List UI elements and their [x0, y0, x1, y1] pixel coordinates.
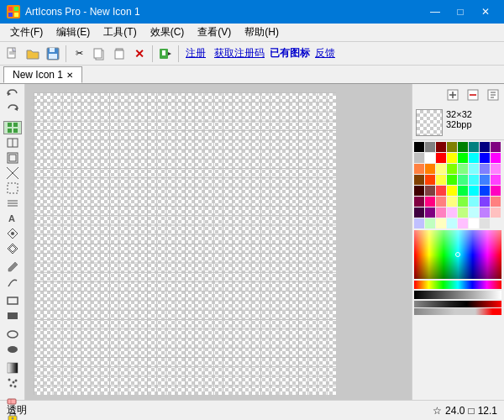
remove-icon-button[interactable]: [464, 86, 482, 104]
color-cell[interactable]: [480, 164, 490, 174]
color-cell[interactable]: [425, 164, 435, 174]
color-cell[interactable]: [447, 175, 457, 185]
icon-type-9[interactable]: [3, 242, 22, 255]
icon-type-4[interactable]: [3, 166, 22, 180]
color-cell[interactable]: [447, 164, 457, 174]
redo-button[interactable]: [3, 102, 22, 116]
color-cell[interactable]: [480, 197, 490, 207]
get-code-link[interactable]: 获取注册码: [214, 46, 265, 60]
color-cell[interactable]: [458, 186, 468, 196]
color-cell[interactable]: [458, 197, 468, 207]
color-cell[interactable]: [480, 207, 490, 218]
icon-type-8[interactable]: [3, 227, 22, 240]
color-cell[interactable]: [491, 197, 501, 207]
scatter-tool[interactable]: [3, 376, 22, 390]
color-cell[interactable]: [491, 218, 501, 228]
new-button[interactable]: [3, 45, 22, 63]
color-cell[interactable]: [480, 175, 490, 185]
color-grid[interactable]: [414, 142, 502, 228]
color-cell[interactable]: [480, 186, 490, 196]
color-cell[interactable]: [436, 207, 446, 218]
menu-tools[interactable]: 工具(T): [97, 24, 143, 41]
copy-button[interactable]: [90, 45, 108, 63]
color-cell[interactable]: [447, 186, 457, 196]
icon-type-1[interactable]: [3, 121, 22, 134]
color-cell[interactable]: [414, 175, 424, 185]
color-cell[interactable]: [414, 142, 424, 152]
line-tool[interactable]: [3, 276, 22, 289]
color-picker[interactable]: [414, 230, 501, 279]
icon-type-6[interactable]: [3, 197, 22, 210]
minimize-button[interactable]: —: [423, 3, 447, 20]
color-cell[interactable]: [491, 186, 501, 196]
color-cell[interactable]: [469, 186, 479, 196]
color-cell[interactable]: [414, 153, 424, 163]
color-cell[interactable]: [458, 142, 468, 152]
color-cell[interactable]: [414, 197, 424, 207]
menu-file[interactable]: 文件(F): [3, 24, 50, 41]
color-cell[interactable]: [480, 142, 490, 152]
undo-button[interactable]: [3, 87, 22, 101]
color-cell[interactable]: [425, 175, 435, 185]
menu-edit[interactable]: 编辑(E): [50, 24, 97, 41]
color-cell[interactable]: [436, 218, 446, 228]
filled-rect-tool[interactable]: [3, 309, 22, 323]
color-cell[interactable]: [425, 207, 435, 218]
color-cell[interactable]: [425, 218, 435, 228]
icon-type-2[interactable]: [3, 136, 22, 150]
menu-effects[interactable]: 效果(C): [144, 24, 192, 41]
color-cell[interactable]: [447, 197, 457, 207]
feedback-link[interactable]: 反馈: [315, 46, 335, 60]
import-button[interactable]: [156, 45, 175, 63]
color-cell[interactable]: [425, 197, 435, 207]
color-strip-2[interactable]: [414, 308, 501, 315]
have-icon-link[interactable]: 已有图标: [270, 46, 310, 60]
color-cell[interactable]: [458, 218, 468, 228]
add-icon-button[interactable]: [444, 86, 462, 104]
color-cell[interactable]: [491, 207, 501, 218]
icon-type-7[interactable]: A: [3, 212, 22, 225]
color-cell[interactable]: [436, 197, 446, 207]
menu-view[interactable]: 查看(V): [191, 24, 238, 41]
color-cell[interactable]: [480, 153, 490, 163]
color-cell[interactable]: [447, 218, 457, 228]
color-cell[interactable]: [447, 142, 457, 152]
color-cell[interactable]: [414, 186, 424, 196]
color-cell[interactable]: [458, 153, 468, 163]
tab-close-button[interactable]: ✕: [66, 71, 73, 80]
icon-properties-button[interactable]: [484, 86, 502, 104]
color-cell[interactable]: [414, 218, 424, 228]
pencil-tool[interactable]: [3, 260, 22, 274]
color-cell[interactable]: [436, 186, 446, 196]
color-cell[interactable]: [425, 142, 435, 152]
gradient-tool[interactable]: [3, 361, 22, 375]
color-cell[interactable]: [458, 164, 468, 174]
color-cell[interactable]: [436, 142, 446, 152]
tab-new-icon-1[interactable]: New Icon 1 ✕: [3, 66, 82, 83]
color-cell[interactable]: [458, 175, 468, 185]
rect-tool[interactable]: [3, 294, 22, 307]
close-button[interactable]: ✕: [474, 3, 497, 20]
color-cell[interactable]: [425, 153, 435, 163]
icon-type-5[interactable]: [3, 181, 22, 195]
color-cell[interactable]: [491, 164, 501, 174]
gray-bar[interactable]: [414, 291, 501, 299]
color-cell[interactable]: [458, 207, 468, 218]
cut-button[interactable]: ✂: [70, 45, 88, 63]
color-cell[interactable]: [436, 153, 446, 163]
color-cell[interactable]: [447, 207, 457, 218]
hue-bar[interactable]: [414, 281, 501, 289]
paste-button[interactable]: [110, 45, 129, 63]
color-cell[interactable]: [491, 142, 501, 152]
icon-type-3[interactable]: [3, 151, 22, 165]
menu-help[interactable]: 帮助(H): [238, 24, 286, 41]
ellipse-tool[interactable]: [3, 328, 22, 341]
color-cell[interactable]: [436, 175, 446, 185]
filled-ellipse-tool[interactable]: [3, 343, 22, 356]
color-cell[interactable]: [447, 153, 457, 163]
color-cell[interactable]: [436, 164, 446, 174]
color-cell[interactable]: [469, 218, 479, 228]
color-cell[interactable]: [491, 153, 501, 163]
color-cell[interactable]: [469, 175, 479, 185]
color-cell[interactable]: [469, 142, 479, 152]
